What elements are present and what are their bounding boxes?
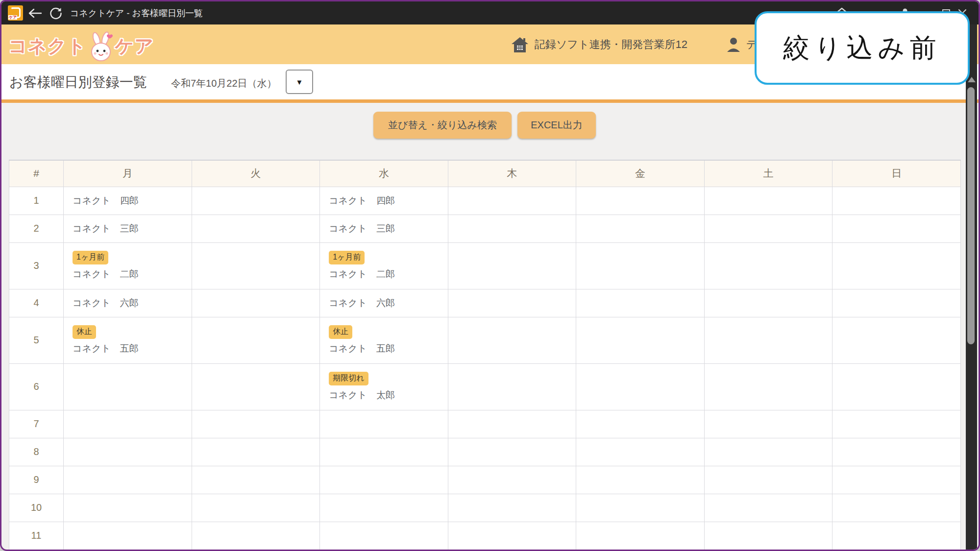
table-row: 8	[9, 438, 961, 466]
row-number: 9	[9, 466, 64, 494]
status-badge: 1ヶ月前	[73, 251, 108, 264]
schedule-cell	[833, 363, 961, 410]
date-dropdown-button[interactable]: ▼	[286, 70, 313, 94]
schedule-cell	[704, 289, 833, 317]
schedule-cell	[192, 363, 320, 410]
table-row: 5休止コネクト 五郎休止コネクト 五郎	[9, 317, 961, 363]
column-header: #	[9, 160, 64, 187]
app-favicon-icon: ケア	[8, 5, 23, 21]
status-badge: 休止	[73, 325, 96, 339]
column-header: 火	[192, 160, 320, 187]
schedule-cell	[448, 242, 576, 289]
customer-name: コネクト 二郎	[73, 268, 188, 281]
app-window: ケア コネクトケア - お客様曜日別一覧	[0, 0, 980, 551]
status-badge: 休止	[329, 325, 352, 339]
refresh-icon[interactable]	[48, 5, 64, 22]
customer-name: コネクト 五郎	[73, 342, 188, 355]
schedule-cell[interactable]: コネクト 六郎	[320, 289, 448, 317]
row-number: 11	[9, 522, 64, 550]
table-row: 31ヶ月前コネクト 二郎1ヶ月前コネクト 二郎	[9, 242, 961, 289]
status-badge: 期限切れ	[329, 372, 368, 385]
schedule-cell	[64, 494, 192, 522]
schedule-cell	[576, 242, 705, 289]
customer-name: コネクト 太郎	[329, 389, 444, 402]
logo-text-1: コネクト	[8, 31, 87, 61]
header-row: #月火水木金土日	[9, 160, 961, 187]
logo-text-2: ケア	[115, 31, 154, 61]
app-logo: コネクト ケア	[8, 28, 154, 61]
schedule-cell	[320, 438, 448, 466]
status-badge: 1ヶ月前	[329, 251, 365, 264]
page-date: 令和7年10月22日（水）	[171, 77, 277, 90]
schedule-cell	[704, 438, 833, 466]
user-icon	[726, 36, 741, 53]
table-row: 11	[9, 522, 961, 550]
schedule-cell	[704, 466, 833, 494]
schedule-cell	[448, 187, 576, 215]
row-number: 6	[9, 363, 64, 410]
schedule-cell	[704, 242, 833, 289]
schedule-cell	[64, 410, 192, 438]
schedule-cell	[833, 522, 961, 550]
schedule-cell	[192, 494, 320, 522]
schedule-cell	[64, 363, 192, 410]
page-title: お客様曜日別登録一覧	[9, 73, 147, 92]
column-header: 木	[448, 160, 576, 187]
column-header: 日	[833, 160, 961, 187]
customer-name: コネクト 六郎	[329, 297, 444, 310]
schedule-table: #月火水木金土日 1コネクト 四郎コネクト 四郎2コネクト 三郎コネクト 三郎3…	[9, 160, 961, 550]
schedule-cell[interactable]: 休止コネクト 五郎	[64, 317, 192, 363]
table-row: 1コネクト 四郎コネクト 四郎	[9, 187, 961, 215]
row-number: 4	[9, 289, 64, 317]
schedule-cell	[704, 363, 833, 410]
row-number: 2	[9, 215, 64, 242]
scroll-up-icon[interactable]	[968, 77, 976, 82]
schedule-cell	[64, 466, 192, 494]
schedule-cell[interactable]: コネクト 四郎	[64, 187, 192, 215]
customer-name: コネクト 五郎	[329, 342, 444, 355]
back-icon[interactable]	[27, 5, 44, 22]
schedule-cell[interactable]: コネクト 三郎	[64, 215, 192, 242]
schedule-cell	[704, 494, 833, 522]
sort-filter-search-button[interactable]: 並び替え・絞り込み検索	[373, 112, 512, 139]
schedule-cell	[448, 494, 576, 522]
schedule-cell	[833, 410, 961, 438]
schedule-cell	[833, 289, 961, 317]
schedule-cell[interactable]: 期限切れコネクト 太郎	[320, 363, 448, 410]
schedule-cell[interactable]: コネクト 六郎	[64, 289, 192, 317]
schedule-cell	[64, 438, 192, 466]
schedule-cell	[704, 215, 833, 242]
schedule-cell[interactable]: 1ヶ月前コネクト 二郎	[64, 242, 192, 289]
schedule-cell	[192, 410, 320, 438]
table-row: 4コネクト 六郎コネクト 六郎	[9, 289, 961, 317]
vertical-scrollbar[interactable]	[966, 24, 977, 550]
schedule-cell[interactable]: 休止コネクト 五郎	[320, 317, 448, 363]
schedule-cell	[704, 522, 833, 550]
customer-name: コネクト 二郎	[329, 268, 444, 281]
schedule-cell	[704, 317, 833, 363]
schedule-cell[interactable]: 1ヶ月前コネクト 二郎	[320, 242, 448, 289]
schedule-cell	[192, 466, 320, 494]
schedule-cell	[320, 522, 448, 550]
column-header: 土	[704, 160, 833, 187]
schedule-cell	[576, 363, 705, 410]
schedule-cell	[64, 522, 192, 550]
column-header: 水	[320, 160, 448, 187]
schedule-cell	[320, 494, 448, 522]
column-header: 月	[64, 160, 192, 187]
scrollbar-thumb[interactable]	[967, 87, 975, 344]
annotation-callout: 絞り込み前	[755, 11, 970, 85]
schedule-cell	[576, 494, 705, 522]
schedule-cell[interactable]: コネクト 三郎	[320, 215, 448, 242]
annotation-text: 絞り込み前	[783, 30, 941, 66]
schedule-cell	[576, 522, 705, 550]
customer-name: コネクト 四郎	[73, 194, 188, 207]
schedule-cell	[704, 410, 833, 438]
schedule-cell	[192, 438, 320, 466]
schedule-cell	[448, 289, 576, 317]
table-row: 9	[9, 466, 961, 494]
excel-export-button[interactable]: EXCEL出力	[517, 112, 596, 139]
favicon-label: ケア	[8, 15, 17, 20]
schedule-cell[interactable]: コネクト 四郎	[320, 187, 448, 215]
schedule-cell	[833, 187, 961, 215]
